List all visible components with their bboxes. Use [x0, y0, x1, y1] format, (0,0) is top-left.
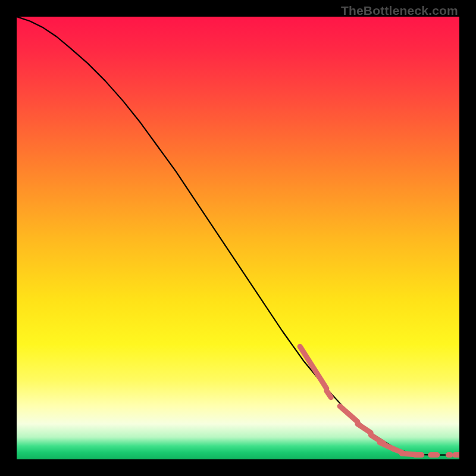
plot-area: [17, 17, 459, 459]
dash-segment: [340, 406, 358, 422]
dash-segment: [300, 346, 327, 389]
chart-frame: TheBottleneck.com: [0, 0, 476, 476]
main-curve: [17, 17, 459, 455]
dash-segment: [358, 424, 371, 433]
watermark-text: TheBottleneck.com: [341, 4, 458, 18]
chart-svg: [17, 17, 459, 459]
dash-overlay: [300, 346, 459, 455]
dash-segment: [327, 391, 331, 397]
